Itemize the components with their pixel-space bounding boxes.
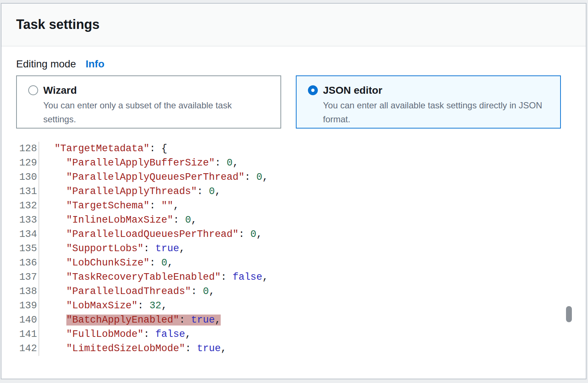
line-text: "ParallelApplyQueuesPerThread": 0, xyxy=(66,172,268,183)
code-line[interactable]: 140 "BatchApplyEnabled": true, xyxy=(16,313,571,327)
editing-mode-label: Editing mode xyxy=(16,58,76,70)
line-number: 137 xyxy=(16,270,39,285)
line-content: "ParallelLoadQueuesPerThread": 0, xyxy=(39,227,262,242)
line-number: 129 xyxy=(16,156,39,170)
token-punct: , xyxy=(179,243,185,254)
line-text: "LimitedSizeLobMode": true, xyxy=(66,343,227,354)
token-num: 0 xyxy=(161,257,167,268)
line-content: "InlineLobMaxSize": 0, xyxy=(39,213,197,227)
code-line[interactable]: 132 "TargetSchema": "", xyxy=(16,199,571,213)
token-punct: : xyxy=(221,272,232,283)
line-text: "ParallelLoadThreads": 0, xyxy=(66,286,215,297)
line-number: 142 xyxy=(16,342,39,356)
line-number: 134 xyxy=(16,227,39,242)
line-content: "ParallelApplyThreads": 0, xyxy=(39,185,221,199)
line-text: "ParallelLoadQueuesPerThread": 0, xyxy=(66,229,262,240)
code-line[interactable]: 128 "TargetMetadata": { xyxy=(16,142,571,156)
line-content: "ParallelApplyBufferSize": 0, xyxy=(39,156,239,170)
token-key: "ParallelApplyQueuesPerThread" xyxy=(66,172,245,183)
token-bool: false xyxy=(155,329,185,340)
line-content: "TargetSchema": "", xyxy=(39,199,179,213)
token-key: "TargetSchema" xyxy=(66,200,150,211)
editing-mode-row: Editing modeInfo xyxy=(16,57,571,71)
line-content: "FullLobMode": false, xyxy=(39,327,191,342)
token-key: "SupportLobs" xyxy=(66,243,144,254)
line-content: "BatchApplyEnabled": true, xyxy=(39,313,221,327)
token-punct: , xyxy=(262,172,268,183)
json-editor-option-card[interactable]: JSON editor You can enter all available … xyxy=(296,75,561,129)
wizard-option-card[interactable]: Wizard You can enter only a subset of th… xyxy=(16,75,281,129)
line-indent xyxy=(43,329,66,340)
code-line[interactable]: 142 "LimitedSizeLobMode": true, xyxy=(16,342,571,356)
line-number: 140 xyxy=(16,313,39,327)
token-punct: , xyxy=(209,286,215,297)
line-text: "BatchApplyEnabled": true, xyxy=(66,315,221,326)
line-text: "SupportLobs": true, xyxy=(66,243,185,254)
scrollbar-thumb[interactable] xyxy=(566,306,572,322)
line-number: 135 xyxy=(16,242,39,256)
line-number: 136 xyxy=(16,256,39,270)
line-content: "TargetMetadata": { xyxy=(39,142,167,156)
code-line[interactable]: 130 "ParallelApplyQueuesPerThread": 0, xyxy=(16,170,571,185)
json-editor-radio-icon[interactable] xyxy=(308,85,318,95)
wizard-radio-icon[interactable] xyxy=(28,85,38,95)
code-line[interactable]: 141 "FullLobMode": false, xyxy=(16,327,571,342)
token-punct: , xyxy=(161,300,167,311)
code-line[interactable]: 135 "SupportLobs": true, xyxy=(16,242,571,256)
token-key: "LimitedSizeLobMode" xyxy=(66,343,185,354)
line-indent xyxy=(43,172,66,183)
token-key: "LobChunkSize" xyxy=(66,257,150,268)
code-line[interactable]: 134 "ParallelLoadQueuesPerThread": 0, xyxy=(16,227,571,242)
token-key: "TaskRecoveryTableEnabled" xyxy=(66,272,221,283)
line-number: 132 xyxy=(16,199,39,213)
panel-content: Editing modeInfo Wizard You can enter on… xyxy=(1,57,586,356)
line-indent xyxy=(43,257,66,268)
code-line[interactable]: 133 "InlineLobMaxSize": 0, xyxy=(16,213,571,227)
token-punct: : xyxy=(173,215,185,226)
token-key: "FullLobMode" xyxy=(66,329,144,340)
line-number: 130 xyxy=(16,170,39,185)
token-bool: false xyxy=(233,272,262,283)
line-content: "TaskRecoveryTableEnabled": false, xyxy=(39,270,268,285)
line-text: "TargetSchema": "", xyxy=(66,200,179,211)
line-number: 138 xyxy=(16,285,39,299)
token-punct: , xyxy=(191,215,197,226)
token-punct: : { xyxy=(150,143,168,154)
line-indent xyxy=(43,143,54,154)
code-line[interactable]: 129 "ParallelApplyBufferSize": 0, xyxy=(16,156,571,170)
wizard-option-description: You can enter only a subset of the avail… xyxy=(43,98,266,126)
token-key: "BatchApplyEnabled" xyxy=(66,315,179,326)
line-indent xyxy=(43,300,66,311)
token-punct: : xyxy=(185,343,197,354)
info-link[interactable]: Info xyxy=(85,58,104,70)
token-punct: , xyxy=(173,200,179,211)
json-editor-option-text: JSON editor You can enter all available … xyxy=(323,84,546,128)
code-line[interactable]: 139 "LobMaxSize": 32, xyxy=(16,299,571,313)
token-key: "LobMaxSize" xyxy=(66,300,137,311)
token-punct: , xyxy=(233,157,239,168)
wizard-option-text: Wizard You can enter only a subset of th… xyxy=(43,84,266,128)
token-key: "ParallelApplyBufferSize" xyxy=(66,157,215,168)
token-bool: true xyxy=(197,343,221,354)
line-text: "InlineLobMaxSize": 0, xyxy=(66,215,197,226)
line-content: "ParallelLoadThreads": 0, xyxy=(39,285,215,299)
json-code-editor[interactable]: 128 "TargetMetadata": { 129 "ParallelApp… xyxy=(16,142,571,356)
code-line[interactable]: 131 "ParallelApplyThreads": 0, xyxy=(16,185,571,199)
token-punct: , xyxy=(215,315,221,326)
line-text: "ParallelApplyBufferSize": 0, xyxy=(66,157,239,168)
code-line[interactable]: 138 "ParallelLoadThreads": 0, xyxy=(16,285,571,299)
line-content: "LimitedSizeLobMode": true, xyxy=(39,342,227,356)
token-punct: : xyxy=(191,286,203,297)
token-key: "ParallelApplyThreads" xyxy=(66,186,197,197)
code-line[interactable]: 136 "LobChunkSize": 0, xyxy=(16,256,571,270)
line-content: "LobChunkSize": 0, xyxy=(39,256,173,270)
token-punct: : xyxy=(179,315,191,326)
token-bool: true xyxy=(191,315,215,326)
line-indent xyxy=(43,229,66,240)
token-punct: : xyxy=(245,172,256,183)
code-line[interactable]: 137 "TaskRecoveryTableEnabled": false, xyxy=(16,270,571,285)
line-text: "FullLobMode": false, xyxy=(66,329,191,340)
line-indent xyxy=(43,315,66,326)
code-editor-lines: 128 "TargetMetadata": { 129 "ParallelApp… xyxy=(16,142,571,356)
token-punct: , xyxy=(215,186,221,197)
